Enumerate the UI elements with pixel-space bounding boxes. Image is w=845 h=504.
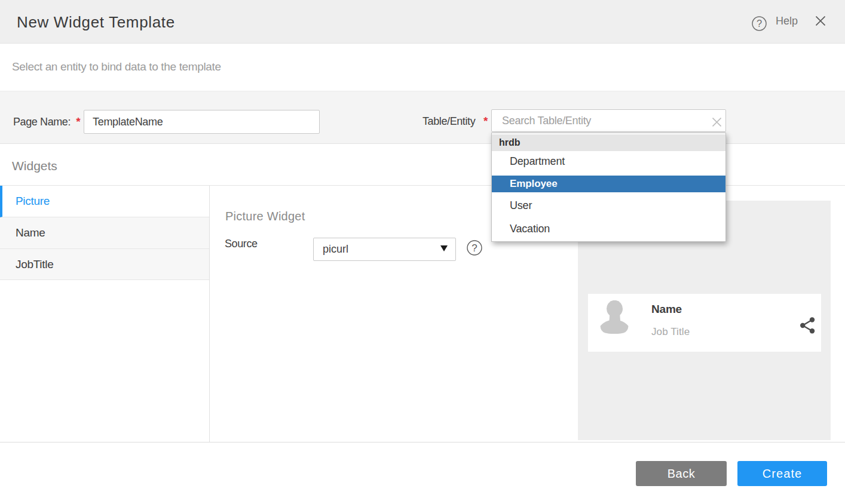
svg-text:?: ? (472, 242, 477, 254)
svg-text:?: ? (757, 18, 762, 29)
